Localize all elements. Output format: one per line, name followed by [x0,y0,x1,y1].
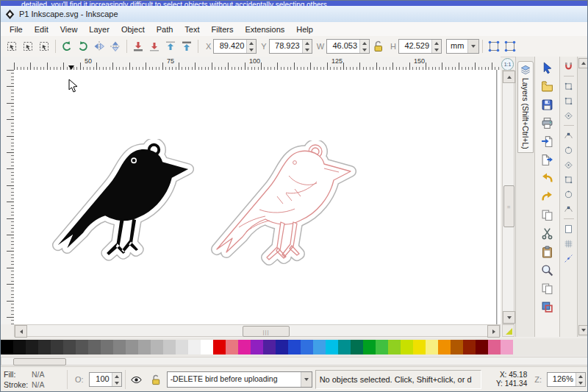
palette-swatch[interactable] [501,340,513,354]
snap-cusp-nodes-icon[interactable] [562,172,576,187]
menu-item[interactable]: File [4,24,29,35]
palette-swatch[interactable] [488,340,501,354]
palette-swatch[interactable] [226,340,238,354]
snap-midpoints-icon[interactable] [562,202,576,216]
palette-scrollbar-thumb[interactable] [13,358,66,366]
tab-layers[interactable]: Layers (Shift+Ctrl+L) [517,61,534,153]
select-all-icon[interactable] [4,38,20,54]
palette-swatch[interactable] [101,340,113,354]
canvas[interactable] [14,70,501,324]
units-value[interactable]: mm [447,40,467,53]
palette-swatch[interactable] [276,340,288,354]
deselect-icon[interactable] [36,38,52,54]
units-dropdown-arrow-icon[interactable] [467,40,478,53]
zoom-field[interactable]: 126% [547,372,586,387]
menu-item[interactable]: Extensions [239,24,290,35]
menu-item[interactable]: Path [151,24,179,35]
y-field-value[interactable]: 78.923 [270,40,302,53]
h-field-spinner[interactable] [431,40,441,53]
current-layer-name[interactable]: -DELETE bird before uploading [168,372,301,387]
import-icon[interactable] [538,132,557,151]
y-field[interactable]: 78.923 [269,39,312,54]
lock-width-height-icon[interactable] [370,38,386,54]
vertical-scrollbar-thumb[interactable]: = [503,185,514,227]
palette-swatch[interactable] [301,340,313,354]
palette-swatch[interactable] [213,340,226,354]
layer-lock-icon[interactable] [148,371,164,388]
palette-swatch[interactable] [13,340,26,354]
zoom-spinner[interactable] [576,373,585,386]
palette-swatch[interactable] [38,340,51,354]
menu-item[interactable]: Object [115,24,151,35]
palette-swatch[interactable] [63,340,76,354]
palette-swatch[interactable] [376,340,388,354]
rotate-ccw-icon[interactable] [59,38,75,54]
palette-scrollbar[interactable] [1,357,588,366]
paste-icon[interactable] [538,243,557,261]
scroll-left-icon[interactable] [15,325,27,338]
vertical-ruler[interactable] [1,70,15,324]
menu-item[interactable]: Help [290,24,319,35]
palette-swatch[interactable] [326,340,338,354]
palette-swatch[interactable] [463,340,476,354]
palette-swatch[interactable] [288,340,301,354]
units-dropdown[interactable]: mm [446,39,479,54]
x-field-value[interactable]: 89.420 [214,40,246,53]
titlebar[interactable]: P1 Inkscape.svg - Inkscape [1,6,587,23]
palette-swatch[interactable] [438,340,451,354]
print-icon[interactable] [538,114,557,132]
save-document-icon[interactable] [538,96,557,114]
menu-item[interactable]: Edit [29,24,54,35]
x-field[interactable]: 89.420 [213,39,257,54]
selector-arrow-icon[interactable] [538,59,557,77]
menu-item[interactable]: View [54,24,84,35]
h-field[interactable]: 42.529 [398,39,442,54]
undo-icon[interactable] [538,169,557,188]
redo-icon[interactable] [538,188,557,206]
strip-scroll-down-icon[interactable] [578,325,588,335]
palette-swatch[interactable] [263,340,276,354]
opacity-spinner[interactable] [112,373,121,386]
zoom-drawing-icon[interactable] [538,261,557,279]
black-bird-silhouette[interactable] [48,139,198,282]
palette-swatch[interactable] [163,340,176,354]
w-field-spinner[interactable] [359,40,369,53]
rotate-cw-icon[interactable] [75,38,91,54]
menu-item[interactable]: Layer [83,24,115,35]
current-layer-dropdown[interactable]: -DELETE bird before uploading [167,371,312,388]
w-field[interactable]: 46.053 [326,39,370,54]
snap-paths-icon[interactable] [562,143,576,157]
palette-swatch[interactable] [88,340,101,354]
scroll-up-icon[interactable] [503,71,515,83]
duplicate-icon[interactable] [538,279,557,298]
scroll-down-icon[interactable] [503,311,515,324]
layer-visibility-eye-icon[interactable] [129,371,145,388]
horizontal-scrollbar[interactable]: ||| [14,324,501,337]
layer-dropdown-arrow-icon[interactable] [301,372,312,387]
export-icon[interactable] [538,151,557,169]
affect-transform-corners-icon[interactable] [502,38,518,54]
select-all-layers-icon[interactable] [20,38,36,54]
palette-swatch[interactable] [251,340,263,354]
palette-swatch[interactable] [126,340,138,354]
menu-item[interactable]: Filters [206,24,240,35]
cut-icon[interactable] [538,224,557,243]
raise-icon[interactable] [162,38,179,54]
flip-vertical-icon[interactable] [107,38,123,54]
palette-swatch[interactable] [26,340,38,354]
snap-nodes-icon[interactable] [562,128,576,143]
x-field-spinner[interactable] [246,40,256,53]
palette-swatch[interactable] [451,340,463,354]
palette-swatch[interactable] [388,340,401,354]
palette-swatch[interactable] [426,340,438,354]
palette-swatch[interactable] [351,340,363,354]
palette-swatch[interactable] [151,340,163,354]
snap-intersections-icon[interactable] [562,157,576,172]
raise-to-top-icon[interactable] [179,38,195,54]
palette-swatch[interactable] [238,340,251,354]
open-document-icon[interactable] [538,77,557,96]
palette-swatch[interactable] [188,340,201,354]
y-field-spinner[interactable] [302,40,312,53]
palette-swatch[interactable] [1,340,13,354]
palette-swatch[interactable] [476,340,488,354]
